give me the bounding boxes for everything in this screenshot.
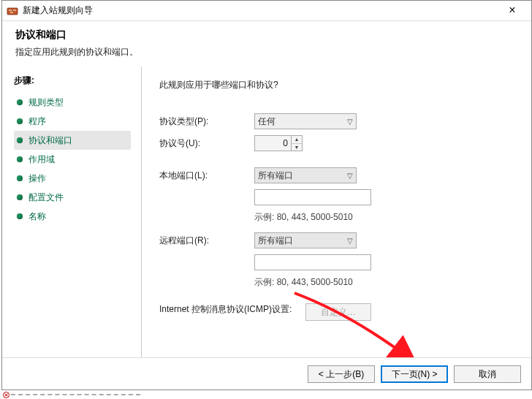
app-icon [7, 5, 18, 17]
background-fragment [1, 390, 140, 399]
local-port-label: 本地端口(L): [159, 170, 254, 182]
wizard-header: 协议和端口 指定应用此规则的协议和端口。 [2, 21, 531, 69]
chevron-down-icon: ▽ [347, 237, 353, 245]
step-rule-type[interactable]: 规则类型 [14, 93, 130, 112]
local-port-select[interactable]: 所有端口 ▽ [254, 167, 357, 183]
remote-port-input[interactable] [254, 254, 371, 270]
step-label: 操作 [28, 172, 46, 185]
step-label: 协议和端口 [28, 134, 72, 147]
local-port-value: 所有端口 [258, 170, 293, 182]
bullet-icon [17, 99, 23, 105]
protocol-number-value: 0 [254, 135, 291, 151]
protocol-type-label: 协议类型(P): [159, 115, 254, 128]
error-icon [3, 392, 10, 398]
content-question: 此规则应用于哪些端口和协议? [159, 79, 514, 91]
sidebar-title: 步骤: [14, 75, 130, 87]
svg-rect-3 [10, 12, 13, 13]
step-name[interactable]: 名称 [14, 207, 130, 226]
local-port-example: 示例: 80, 443, 5000-5010 [254, 211, 514, 224]
remote-port-label: 远程端口(R): [159, 235, 254, 247]
close-button[interactable]: × [498, 2, 527, 20]
svg-rect-2 [13, 10, 16, 11]
protocol-number-label: 协议号(U): [159, 137, 254, 150]
chevron-down-icon: ▽ [347, 118, 353, 126]
page-heading: 协议和端口 [15, 28, 518, 42]
wizard-window: 新建入站规则向导 × 协议和端口 指定应用此规则的协议和端口。 步骤: 规则类型… [1, 0, 532, 390]
protocol-number-spinner[interactable]: 0 ▲▼ [254, 135, 303, 151]
step-label: 作用域 [28, 153, 55, 166]
step-protocol-port[interactable]: 协议和端口 [14, 131, 131, 150]
next-button[interactable]: 下一页(N) > [381, 365, 448, 383]
protocol-type-value: 任何 [258, 115, 276, 128]
step-label: 程序 [28, 115, 46, 128]
wizard-footer: < 上一步(B) 下一页(N) > 取消 [2, 357, 531, 390]
remote-port-select[interactable]: 所有端口 ▽ [254, 232, 357, 248]
chevron-down-icon: ▽ [347, 172, 353, 180]
step-action[interactable]: 操作 [14, 169, 130, 188]
protocol-type-select[interactable]: 任何 ▽ [254, 113, 357, 129]
wizard-content: 此规则应用于哪些端口和协议? 协议类型(P): 任何 ▽ 协议号(U): 0 ▲… [130, 69, 531, 360]
cancel-button[interactable]: 取消 [454, 365, 521, 383]
customize-button: 自定义… [305, 303, 371, 321]
local-port-input[interactable] [254, 189, 371, 205]
spin-up-icon[interactable]: ▲ [292, 136, 302, 144]
remote-port-value: 所有端口 [258, 235, 293, 247]
bullet-icon [17, 118, 23, 124]
window-title: 新建入站规则向导 [23, 4, 498, 17]
wizard-sidebar: 步骤: 规则类型 程序 协议和端口 作用域 操作 配置文件 名称 [2, 69, 130, 360]
spinner-buttons[interactable]: ▲▼ [291, 135, 303, 151]
bullet-icon [17, 175, 23, 181]
titlebar: 新建入站规则向导 × [2, 1, 531, 21]
step-label: 规则类型 [28, 96, 64, 109]
step-label: 配置文件 [28, 191, 64, 204]
vertical-divider [141, 66, 142, 357]
step-scope[interactable]: 作用域 [14, 150, 130, 169]
step-label: 名称 [28, 210, 46, 223]
step-program[interactable]: 程序 [14, 112, 130, 131]
bullet-icon [17, 156, 23, 162]
step-profile[interactable]: 配置文件 [14, 188, 130, 207]
back-button[interactable]: < 上一步(B) [308, 365, 375, 383]
bullet-icon [17, 213, 23, 219]
svg-rect-0 [7, 8, 18, 15]
bullet-icon [17, 137, 23, 143]
bullet-icon [17, 194, 23, 200]
svg-rect-1 [9, 10, 12, 11]
spin-down-icon[interactable]: ▼ [292, 144, 302, 151]
remote-port-example: 示例: 80, 443, 5000-5010 [254, 276, 514, 289]
icmp-label: Internet 控制消息协议(ICMP)设置: [159, 303, 305, 316]
page-subtitle: 指定应用此规则的协议和端口。 [15, 46, 518, 58]
